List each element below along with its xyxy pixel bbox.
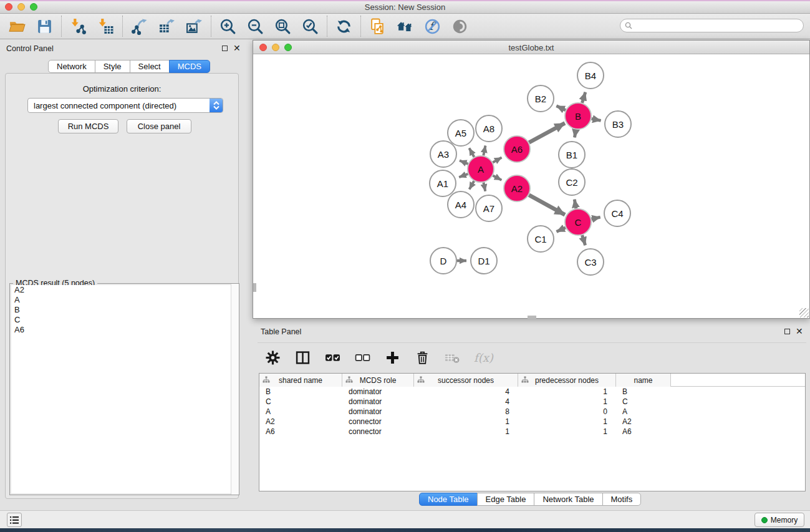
edge-A-A1[interactable] — [459, 174, 468, 177]
graph-node-D1[interactable]: D1 — [471, 248, 497, 274]
graph-node-C4[interactable]: C4 — [604, 200, 630, 226]
tab-mcds[interactable]: MCDS — [169, 60, 210, 73]
result-item[interactable]: A2 — [11, 285, 238, 295]
result-item[interactable]: A6 — [11, 325, 238, 335]
settings-gear-icon[interactable] — [264, 349, 281, 366]
save-session-icon[interactable] — [36, 18, 53, 35]
network-canvas[interactable]: B4B2BB3A8A5A6B1A3AC2A1A2A4A7C4CC1DD1C3 — [253, 55, 809, 317]
edge-B-B2[interactable] — [556, 106, 566, 110]
add-icon[interactable] — [384, 349, 401, 366]
function-builder-icon[interactable]: f(x) — [474, 351, 493, 364]
edge-C-C3[interactable] — [582, 235, 586, 245]
deselect-all-icon[interactable] — [354, 349, 371, 366]
zoom-in-icon[interactable] — [219, 18, 236, 35]
import-network-icon[interactable] — [70, 18, 87, 35]
close-table-panel-icon[interactable]: ✕ — [796, 328, 803, 334]
result-item[interactable]: C — [11, 315, 238, 325]
edge-A-A8[interactable] — [483, 146, 485, 156]
edge-A-A7[interactable] — [483, 183, 485, 191]
columns-icon[interactable] — [294, 349, 311, 366]
float-table-panel-icon[interactable] — [784, 329, 790, 334]
edge-C-C2[interactable] — [574, 200, 576, 209]
tab-edge-table[interactable]: Edge Table — [477, 493, 535, 506]
graph-node-C[interactable]: C — [565, 209, 591, 235]
edge-A-A5[interactable] — [470, 148, 475, 157]
graph-node-D[interactable]: D — [430, 248, 456, 274]
edge-A-A4[interactable] — [470, 181, 475, 189]
graph-node-A4[interactable]: A4 — [448, 191, 474, 218]
graph-node-A6[interactable]: A6 — [504, 136, 530, 162]
edge-B-B1[interactable] — [575, 130, 576, 138]
home-icon[interactable] — [397, 18, 413, 35]
network-hscroll-thumb[interactable] — [528, 316, 536, 319]
graph-node-A7[interactable]: A7 — [476, 195, 502, 221]
hide-graphics-icon[interactable]: f — [424, 18, 441, 35]
criterion-dropdown[interactable]: largest connected component (directed) — [27, 98, 223, 113]
memory-button[interactable]: Memory — [755, 513, 804, 527]
zoom-out-icon[interactable] — [247, 18, 264, 35]
task-history-button[interactable] — [7, 513, 22, 527]
graph-node-C2[interactable]: C2 — [559, 169, 585, 195]
graph-node-B1[interactable]: B1 — [559, 142, 585, 168]
result-item[interactable]: B — [11, 305, 238, 315]
export-image-icon[interactable] — [186, 18, 203, 35]
edge-A-A3[interactable] — [460, 160, 468, 163]
export-table-icon[interactable] — [158, 18, 175, 35]
column-header-shared-name[interactable]: shared name — [259, 374, 342, 387]
edge-C-C1[interactable] — [557, 228, 566, 232]
tab-node-table[interactable]: Node Table — [419, 493, 478, 506]
table-row[interactable]: A2connector11A2 — [259, 417, 805, 427]
table-row[interactable]: Bdominator41B — [259, 387, 805, 397]
edge-B-B4[interactable] — [582, 92, 586, 103]
column-header-name[interactable]: name — [616, 374, 671, 387]
edge-A-A2[interactable] — [493, 175, 501, 180]
clone-network-icon[interactable] — [369, 18, 386, 35]
edge-A6-B[interactable] — [529, 123, 565, 142]
edge-A2-C[interactable] — [529, 195, 565, 215]
network-window-titlebar[interactable]: testGlobe.txt — [253, 41, 809, 54]
run-mcds-button[interactable]: Run MCDS — [58, 119, 118, 133]
delete-icon[interactable] — [414, 349, 431, 366]
search-input[interactable] — [632, 20, 803, 31]
search-field[interactable] — [620, 19, 804, 32]
graph-node-A8[interactable]: A8 — [476, 115, 502, 142]
graph-node-A1[interactable]: A1 — [430, 170, 456, 196]
tab-network[interactable]: Network — [48, 60, 95, 73]
zoom-fit-icon[interactable] — [274, 18, 291, 35]
table-row[interactable]: Cdominator41C — [259, 397, 805, 407]
graph-node-B4[interactable]: B4 — [577, 62, 604, 89]
graph-node-C1[interactable]: C1 — [528, 226, 554, 252]
close-panel-icon[interactable]: ✕ — [233, 45, 241, 51]
tab-network-table[interactable]: Network Table — [534, 493, 602, 506]
close-panel-button[interactable]: Close panel — [127, 119, 191, 133]
edge-C-C4[interactable] — [592, 217, 600, 219]
graph-node-B3[interactable]: B3 — [605, 111, 631, 137]
tab-style[interactable]: Style — [95, 60, 130, 73]
column-header-mcds-role[interactable]: MCDS role — [342, 374, 414, 387]
graph-node-A[interactable]: A — [468, 156, 494, 182]
resize-grip-icon[interactable] — [799, 308, 809, 317]
zoom-selected-icon[interactable] — [302, 18, 319, 35]
graph-node-A2[interactable]: A2 — [504, 175, 530, 201]
graph-node-C3[interactable]: C3 — [577, 249, 604, 275]
graph-node-B2[interactable]: B2 — [528, 85, 554, 112]
edge-A-A6[interactable] — [493, 158, 501, 163]
open-session-icon[interactable] — [9, 18, 26, 35]
table-row[interactable]: A6connector11A6 — [259, 427, 805, 437]
select-all-icon[interactable] — [324, 349, 341, 366]
tab-select[interactable]: Select — [130, 60, 170, 73]
graph-node-B[interactable]: B — [565, 103, 591, 129]
delete-table-icon[interactable] — [444, 349, 461, 366]
float-panel-icon[interactable] — [222, 46, 228, 51]
graph-node-A5[interactable]: A5 — [448, 120, 474, 146]
result-item[interactable]: A — [11, 295, 238, 305]
edge-B-B3[interactable] — [592, 118, 601, 120]
graph-node-A3[interactable]: A3 — [430, 141, 456, 167]
refresh-icon[interactable] — [335, 18, 352, 35]
birdseye-icon[interactable] — [451, 18, 468, 35]
network-vscroll-thumb[interactable] — [253, 283, 256, 292]
export-network-icon[interactable] — [131, 18, 148, 35]
column-header-successor-nodes[interactable]: successor nodes — [414, 374, 518, 387]
result-scrollbar[interactable] — [231, 284, 239, 495]
table-row[interactable]: Adominator80A — [259, 407, 805, 417]
